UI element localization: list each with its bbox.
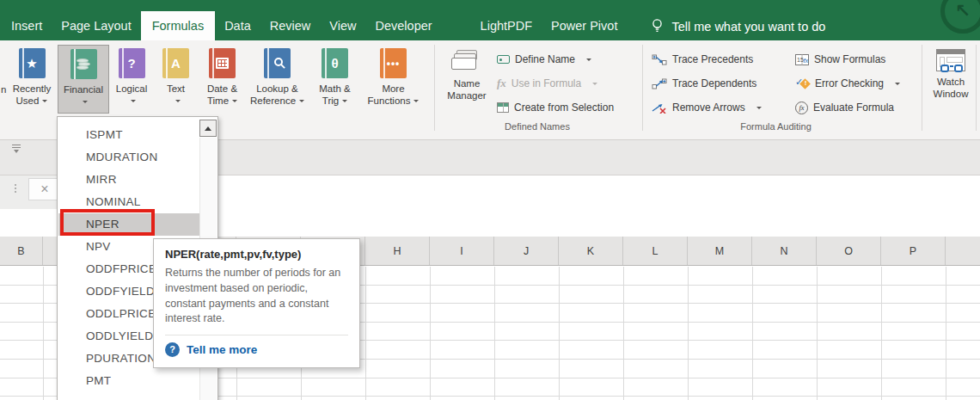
evaluate-formula-button[interactable]: fx Evaluate Formula [795,98,894,117]
math-trig-icon: θ [322,48,348,78]
show-formulas-icon: 15 fx [795,54,809,65]
tooltip-divider [165,335,348,335]
menu-item-mirr[interactable]: MIRR [58,169,199,191]
tab-insert[interactable]: Insert [2,12,52,40]
text-button[interactable]: A Text [154,45,198,114]
eyeglasses-icon [939,65,965,75]
ribbon-tab-bar: Insert Page Layout Formulas Data Review … [0,0,980,40]
menu-item-ispmt[interactable]: ISPMT [58,124,199,146]
tell-me-box[interactable]: Tell me what you want to do [651,12,825,40]
lightbulb-icon [651,18,664,34]
chevron-down-icon [175,100,181,102]
tell-me-label: Tell me what you want to do [671,20,825,34]
column-header-n[interactable]: N [752,237,817,265]
date-time-icon [209,48,236,78]
group-separator [922,45,922,131]
recently-used-button[interactable]: ★ RecentlyUsed [7,45,57,114]
financial-icon [70,49,97,79]
trace-dependents-icon [652,78,667,89]
chevron-down-icon [592,83,597,85]
error-checking-button[interactable]: ✓ ! Error Checking [795,74,900,93]
remove-arrows-button[interactable]: Remove Arrows [652,98,762,117]
excel-window: Insert Page Layout Formulas Data Review … [0,0,980,400]
more-functions-button[interactable]: ••• MoreFunctions [362,45,425,114]
group-separator [434,45,435,131]
grid-selection-icon [497,102,509,113]
watch-window-button[interactable]: WatchWindow [928,45,974,114]
trace-precedents-icon [652,54,667,65]
nper-highlight-box [60,209,155,236]
date-time-button[interactable]: Date &Time [199,45,246,114]
magnifier-icon [274,58,283,66]
logical-button[interactable]: ? Logical [110,45,153,114]
column-header-l[interactable]: L [623,237,688,265]
chevron-down-icon [83,101,88,103]
tab-data[interactable]: Data [215,12,260,40]
tooltip-title: NPER(rate,pmt,pv,fv,type) [165,248,348,261]
chevron-down-icon [299,100,304,102]
chevron-down-icon [413,100,419,102]
create-from-selection-button[interactable]: Create from Selection [497,98,614,117]
column-header-o[interactable]: O [817,237,881,265]
tell-me-more-link[interactable]: ? Tell me more [165,342,348,357]
name-manager-icon [451,50,482,73]
column-header-partial[interactable] [946,237,980,265]
remove-arrows-icon [652,102,667,114]
menu-scroll-up-button[interactable] [199,120,217,137]
recorder-watermark-icon: ↖ [940,0,980,34]
tab-review[interactable]: Review [260,12,321,40]
function-tooltip: NPER(rate,pmt,pv,fv,type) Returns the nu… [153,238,360,368]
chevron-down-icon [232,100,237,102]
drag-handle-icon[interactable] [15,184,16,186]
fx-icon: fx [497,77,506,90]
lookup-reference-icon [264,48,291,78]
chevron-down-icon [42,100,47,102]
recently-used-icon: ★ [19,48,46,78]
define-name-button[interactable]: Define Name [497,50,591,69]
defined-names-group-label: Defined Names [464,121,610,132]
chevron-down-icon [586,58,591,61]
tab-page-layout[interactable]: Page Layout [52,12,140,40]
tooltip-description: Returns the number of periods for an inv… [165,266,348,327]
formula-auditing-group-label: Formula Auditing [679,121,873,132]
chevron-down-icon [756,107,762,109]
show-formulas-button[interactable]: 15 fx Show Formulas [795,50,885,69]
chevron-down-icon [895,83,900,85]
column-header-i[interactable]: I [430,237,494,265]
column-header-m[interactable]: M [688,237,752,265]
tab-lightpdf[interactable]: LightPDF [471,12,542,40]
more-functions-icon: ••• [380,48,407,78]
column-header-j[interactable]: J [494,237,559,265]
tab-view[interactable]: View [320,12,365,40]
financial-button[interactable]: Financial [58,45,109,114]
help-icon: ? [165,342,180,357]
column-header-b[interactable]: B [0,237,43,265]
logical-icon: ? [119,48,145,78]
column-header-p[interactable]: P [881,237,946,265]
chevron-down-icon [342,100,347,102]
use-in-formula-button: fx Use in Formula [497,74,597,93]
text-icon: A [162,48,189,78]
tab-developer[interactable]: Developer [366,12,442,40]
tab-formulas[interactable]: Formulas [141,11,215,40]
svg-text:fx: fx [804,57,809,65]
column-header-h[interactable]: H [365,237,430,265]
menu-item-mduration[interactable]: MDURATION [58,146,199,169]
watch-window-icon [936,49,965,71]
group-separator [976,45,977,131]
trace-dependents-button[interactable]: Trace Dependents [652,74,756,93]
name-tag-icon [497,55,510,64]
name-manager-button[interactable]: NameManager [440,45,493,114]
trace-precedents-button[interactable]: Trace Precedents [652,50,753,69]
tab-power-pivot[interactable]: Power Pivot [542,12,627,40]
chevron-down-icon [131,100,136,102]
collapse-ribbon-icon[interactable] [12,145,21,153]
lookup-reference-button[interactable]: Lookup &Reference [247,45,308,114]
math-trig-button[interactable]: θ Math &Trig [309,45,361,114]
group-separator [642,45,643,131]
error-checking-icon: ✓ ! [795,78,810,89]
column-header-k[interactable]: K [559,237,623,265]
cutoff-button-label: n [1,84,6,95]
menu-item-pmt[interactable]: PMT [58,370,199,392]
evaluate-formula-icon: fx [795,102,808,114]
